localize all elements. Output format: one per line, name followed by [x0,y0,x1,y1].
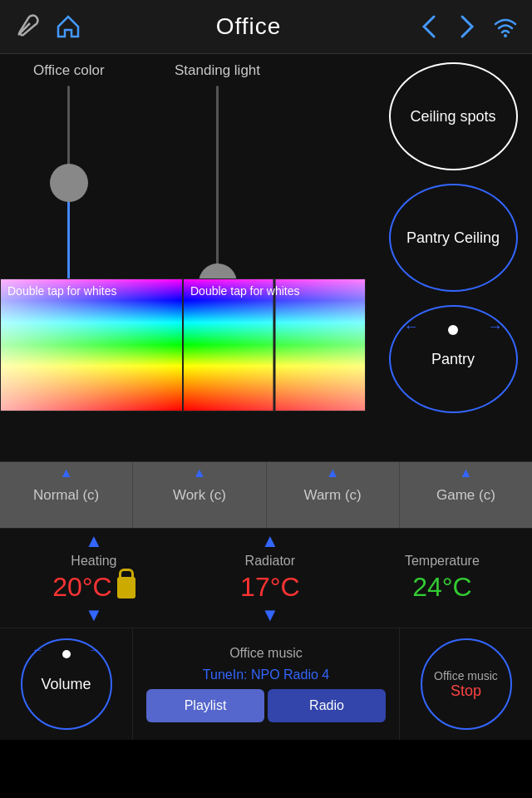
volume-dot [62,650,71,658]
header-right-icons [416,13,519,40]
office-color-slider[interactable]: Office color [33,54,105,310]
warm-arrow-icon: ▲ [326,466,339,480]
radiator-label: Radiator [245,554,295,569]
svg-point-0 [18,32,22,35]
scene-game-button[interactable]: ▲ Game (c) [400,462,532,528]
scene-warm-button[interactable]: ▲ Warm (c) [267,462,400,528]
footer: ← Volume → Office music TuneIn: NPO Radi… [0,628,532,740]
music-station: TuneIn: NPO Radio 4 [203,667,329,682]
playlist-button[interactable]: Playlist [146,689,264,722]
stop-button[interactable]: Office music Stop [421,638,512,730]
playlist-label: Playlist [185,698,227,713]
standing-light-slider[interactable]: Standing light [175,54,260,310]
header: Office [0,0,532,54]
music-playlist-row: Playlist Radio [146,689,386,722]
svg-point-1 [504,34,507,37]
heating-label: Heating [71,554,116,569]
heating-value: 20°C [52,572,112,603]
standing-light-label: Standing light [175,62,260,79]
volume-section: ← Volume → [0,628,133,740]
heating-control: ▲ Heating 20°C ▼ [52,530,135,626]
room-controls: Ceiling spots Pantry Ceiling ← → Pantry [374,62,532,413]
radio-button[interactable]: Radio [268,689,386,722]
wifi-icon [492,13,519,40]
heating-down-button[interactable]: ▼ [85,604,103,626]
office-color-label: Office color [33,62,105,79]
stop-section: Office music Stop [399,628,532,740]
lock-icon [117,577,135,598]
scene-normal-button[interactable]: ▲ Normal (c) [0,462,133,528]
scene-work-label: Work (c) [173,487,226,504]
heating-up-button[interactable]: ▲ [85,530,103,552]
color-gradient-1 [1,279,182,411]
forward-arrow-icon[interactable] [454,13,480,40]
radio-label: Radio [309,698,344,713]
color-gradient-2 [184,279,365,411]
volume-arrow-right-icon: → [89,643,101,657]
radiator-value: 17°C [240,572,300,603]
scene-warm-label: Warm (c) [304,487,362,504]
music-section: Office music TuneIn: NPO Radio 4 Playlis… [133,628,399,740]
pantry-dot [448,325,458,335]
scene-normal-label: Normal (c) [33,487,99,504]
stop-label: Stop [451,682,481,700]
color-picker-1[interactable]: Double tap for whites [0,278,183,411]
main-area: Office color Standing light Double tap f… [0,54,532,528]
pantry-arrow-right-icon: → [488,318,503,336]
pantry-ceiling-button[interactable]: Pantry Ceiling [389,184,518,292]
volume-control[interactable]: ← Volume → [21,638,112,730]
scene-buttons: ▲ Normal (c) ▲ Work (c) ▲ Warm (c) ▲ Gam… [0,461,532,528]
normal-arrow-icon: ▲ [60,466,73,480]
game-arrow-icon: ▲ [459,466,472,480]
radiator-down-button[interactable]: ▼ [261,604,279,626]
scene-game-label: Game (c) [436,487,495,504]
temperature-value: 24°C [412,572,472,603]
page-title: Office [216,13,282,40]
ceiling-spots-label: Ceiling spots [410,108,495,126]
sliders-area: Office color Standing light Double tap f… [0,54,374,411]
stop-top-label: Office music [434,669,498,682]
wrench-icon[interactable] [13,13,40,40]
temperature-display: Temperature 24°C [405,554,480,603]
work-arrow-icon: ▲ [193,466,206,480]
volume-label: Volume [41,676,91,693]
pantry-ceiling-label: Pantry Ceiling [406,229,500,247]
color-picker-2[interactable]: Double tap for whites [183,278,366,411]
back-arrow-icon[interactable] [416,13,442,40]
climate-row: ▲ Heating 20°C ▼ ▲ Radiator 17°C ▼ Tempe… [0,528,532,628]
pantry-button[interactable]: ← → Pantry [389,305,518,413]
temperature-label: Temperature [405,554,480,569]
color-pickers-area: Double tap for whites [0,278,366,411]
pantry-arrow-left-icon: ← [404,318,419,336]
scene-work-button[interactable]: ▲ Work (c) [133,462,266,528]
pantry-label: Pantry [431,351,475,368]
radiator-up-button[interactable]: ▲ [261,530,279,552]
header-left-icons [13,13,81,40]
svg-rect-3 [1,279,182,411]
ceiling-spots-button[interactable]: Ceiling spots [389,62,518,170]
volume-arrow-left-icon: ← [32,643,44,657]
music-title: Office music [229,646,303,661]
home-icon[interactable] [55,13,81,40]
radiator-control: ▲ Radiator 17°C ▼ [240,530,300,626]
